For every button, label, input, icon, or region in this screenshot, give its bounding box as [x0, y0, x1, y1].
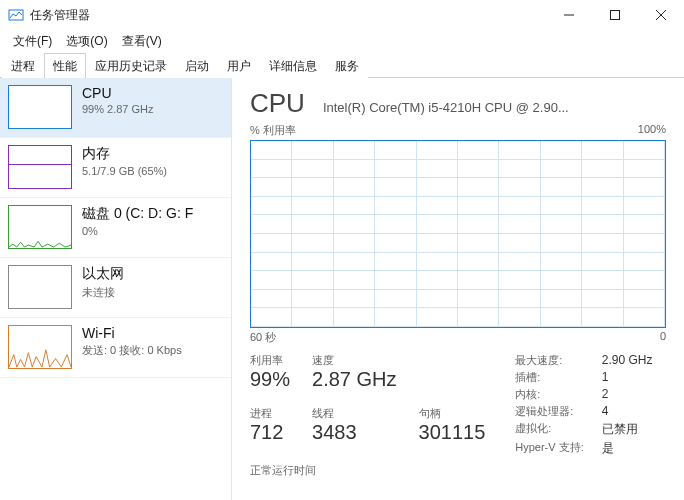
proc-label: 进程 — [250, 406, 290, 421]
wifi-thumbnail — [8, 325, 72, 369]
tab-services[interactable]: 服务 — [326, 53, 368, 78]
titlebar: 任务管理器 — [0, 0, 684, 30]
sidebar-cpu-sub: 99% 2.87 GHz — [82, 103, 154, 115]
cpu-model: Intel(R) Core(TM) i5-4210H CPU @ 2.90... — [323, 100, 666, 115]
sidebar-item-memory[interactable]: 内存 5.1/7.9 GB (65%) — [0, 138, 231, 198]
util-value: 99% — [250, 368, 290, 391]
cpu-thumbnail — [8, 85, 72, 129]
sidebar-item-disk[interactable]: 磁盘 0 (C: D: G: F 0% — [0, 198, 231, 258]
tab-startup[interactable]: 启动 — [176, 53, 218, 78]
sidebar: CPU 99% 2.87 GHz 内存 5.1/7.9 GB (65%) 磁盘 … — [0, 78, 232, 500]
menu-view[interactable]: 查看(V) — [115, 31, 169, 52]
sidebar-mem-title: 内存 — [82, 145, 167, 163]
tab-users[interactable]: 用户 — [218, 53, 260, 78]
sidebar-eth-sub: 未连接 — [82, 285, 124, 300]
tab-app-history[interactable]: 应用历史记录 — [86, 53, 176, 78]
sidebar-item-wifi[interactable]: Wi-Fi 发送: 0 接收: 0 Kbps — [0, 318, 231, 378]
sidebar-eth-title: 以太网 — [82, 265, 124, 283]
sidebar-wifi-title: Wi-Fi — [82, 325, 182, 341]
sockets-label: 插槽: — [515, 370, 583, 385]
virt-label: 虚拟化: — [515, 421, 583, 438]
sidebar-cpu-title: CPU — [82, 85, 154, 101]
app-icon — [8, 7, 24, 23]
maxspeed-label: 最大速度: — [515, 353, 583, 368]
speed-value: 2.87 GHz — [312, 368, 396, 391]
ethernet-thumbnail — [8, 265, 72, 309]
menu-options[interactable]: 选项(O) — [59, 31, 114, 52]
content: CPU 99% 2.87 GHz 内存 5.1/7.9 GB (65%) 磁盘 … — [0, 78, 684, 500]
sidebar-disk-sub: 0% — [82, 225, 193, 237]
sidebar-disk-title: 磁盘 0 (C: D: G: F — [82, 205, 193, 223]
stats: 利用率99% 速度2.87 GHz 进程712 线程3483 句柄301115 … — [250, 353, 666, 457]
cores-label: 内核: — [515, 387, 583, 402]
logical-label: 逻辑处理器: — [515, 404, 583, 419]
util-label: 利用率 — [250, 353, 290, 368]
hyperv-label: Hyper-V 支持: — [515, 440, 583, 457]
memory-thumbnail — [8, 145, 72, 189]
virt-value: 已禁用 — [602, 421, 653, 438]
maximize-button[interactable] — [592, 0, 638, 30]
chart-xleft: 60 秒 — [250, 330, 276, 345]
handle-label: 句柄 — [419, 406, 486, 421]
handle-value: 301115 — [419, 421, 486, 444]
svg-rect-0 — [9, 10, 23, 20]
hyperv-value: 是 — [602, 440, 653, 457]
sockets-value: 1 — [602, 370, 653, 385]
logical-value: 4 — [602, 404, 653, 419]
close-button[interactable] — [638, 0, 684, 30]
menu-file[interactable]: 文件(F) — [6, 31, 59, 52]
sidebar-wifi-sub: 发送: 0 接收: 0 Kbps — [82, 343, 182, 358]
minimize-button[interactable] — [546, 0, 592, 30]
speed-label: 速度 — [312, 353, 396, 368]
cpu-chart[interactable] — [250, 140, 666, 328]
proc-value: 712 — [250, 421, 290, 444]
main-title: CPU — [250, 88, 305, 119]
thread-label: 线程 — [312, 406, 396, 421]
tab-processes[interactable]: 进程 — [2, 53, 44, 78]
tab-performance[interactable]: 性能 — [44, 53, 86, 78]
sidebar-mem-sub: 5.1/7.9 GB (65%) — [82, 165, 167, 177]
chart-ymax: 100% — [638, 123, 666, 138]
cores-value: 2 — [602, 387, 653, 402]
tabs: 进程 性能 应用历史记录 启动 用户 详细信息 服务 — [0, 52, 684, 78]
sidebar-item-cpu[interactable]: CPU 99% 2.87 GHz — [0, 78, 231, 138]
uptime-label: 正常运行时间 — [250, 463, 666, 478]
chart-ylabel: % 利用率 — [250, 123, 296, 138]
window-controls — [546, 0, 684, 30]
chart-xright: 0 — [660, 330, 666, 345]
thread-value: 3483 — [312, 421, 396, 444]
svg-rect-2 — [611, 11, 620, 20]
maxspeed-value: 2.90 GHz — [602, 353, 653, 368]
menubar: 文件(F) 选项(O) 查看(V) — [0, 30, 684, 52]
window-title: 任务管理器 — [30, 7, 546, 24]
main-panel: CPU Intel(R) Core(TM) i5-4210H CPU @ 2.9… — [232, 78, 684, 500]
tab-details[interactable]: 详细信息 — [260, 53, 326, 78]
disk-thumbnail — [8, 205, 72, 249]
sidebar-item-ethernet[interactable]: 以太网 未连接 — [0, 258, 231, 318]
